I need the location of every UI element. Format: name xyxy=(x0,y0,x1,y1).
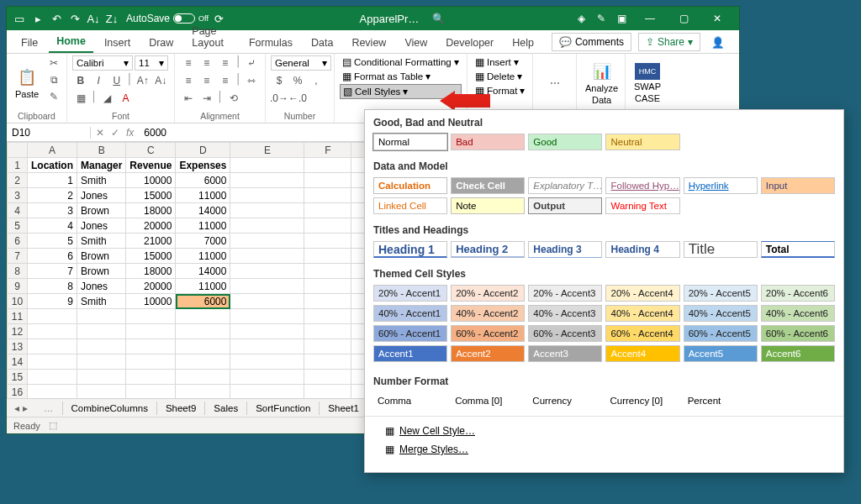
cell-E7[interactable] xyxy=(230,249,304,264)
cell-D12[interactable] xyxy=(176,324,230,339)
row-header-13[interactable]: 13 xyxy=(8,339,28,354)
cell-C8[interactable]: 18000 xyxy=(126,264,176,279)
style-swatch[interactable]: Accent2 xyxy=(451,345,525,362)
style-swatch[interactable]: Followed Hyp… xyxy=(605,177,679,194)
cell-C16[interactable] xyxy=(126,385,176,399)
insert-cells-button[interactable]: ▦Insert▾ xyxy=(473,55,527,69)
cell-B1[interactable]: Manager xyxy=(77,158,126,173)
col-header-B[interactable]: B xyxy=(77,143,126,158)
cell-C2[interactable]: 10000 xyxy=(126,173,176,188)
cell-B8[interactable]: Brown xyxy=(77,264,126,279)
style-swatch[interactable]: 20% - Accent3 xyxy=(528,285,602,302)
italic-icon[interactable]: I xyxy=(91,73,108,88)
cell-C15[interactable] xyxy=(126,370,176,385)
cell-F9[interactable] xyxy=(304,279,351,294)
tab-help[interactable]: Help xyxy=(504,33,541,53)
swap-case-button[interactable]: HMC SWAP CASE xyxy=(631,55,664,111)
cell-A2[interactable]: 1 xyxy=(28,173,77,188)
share-button[interactable]: ⇪Share ▾ xyxy=(638,33,700,51)
percent-icon[interactable]: % xyxy=(289,73,306,88)
fx-icon[interactable]: fx xyxy=(126,127,134,139)
style-swatch[interactable]: Linked Cell xyxy=(373,197,447,214)
cell-A3[interactable]: 2 xyxy=(28,188,77,203)
cell-E4[interactable] xyxy=(230,203,304,218)
user-icon[interactable]: 👤 xyxy=(704,32,732,53)
style-swatch[interactable]: 20% - Accent6 xyxy=(761,285,835,302)
delete-cells-button[interactable]: ▦Delete▾ xyxy=(473,70,527,83)
cell-B14[interactable] xyxy=(77,354,126,370)
style-swatch[interactable]: 60% - Accent2 xyxy=(451,325,525,342)
style-swatch[interactable]: 40% - Accent5 xyxy=(684,305,758,322)
bold-icon[interactable]: B xyxy=(72,73,89,88)
cell-B15[interactable] xyxy=(77,370,126,385)
format-cells-button[interactable]: ▦Format▾ xyxy=(473,84,527,97)
style-swatch[interactable]: 60% - Accent5 xyxy=(684,325,758,342)
style-swatch[interactable]: 60% - Accent4 xyxy=(605,325,679,342)
merge-center-icon[interactable]: ⇿ xyxy=(243,73,260,88)
cell-E10[interactable] xyxy=(230,294,304,309)
row-header-5[interactable]: 5 xyxy=(8,218,28,234)
cell-A6[interactable]: 5 xyxy=(28,234,77,249)
cell-D4[interactable]: 14000 xyxy=(176,203,230,218)
cell-B4[interactable]: Brown xyxy=(77,203,126,218)
ribbon-display-icon[interactable]: ▣ xyxy=(617,13,626,24)
row-header-1[interactable]: 1 xyxy=(8,158,28,173)
style-swatch[interactable]: 40% - Accent6 xyxy=(761,305,835,322)
sheet-tab-CombineColumns[interactable]: CombineColumns xyxy=(63,402,157,415)
cell-D15[interactable] xyxy=(176,370,230,385)
row-header-9[interactable]: 9 xyxy=(8,279,28,294)
style-swatch[interactable]: Accent1 xyxy=(373,345,447,362)
align-bottom-icon[interactable]: ≡ xyxy=(217,55,234,71)
sort-za-icon[interactable]: Z↓ xyxy=(104,11,119,26)
cell-D1[interactable]: Expenses xyxy=(176,158,230,173)
cell-F11[interactable] xyxy=(304,309,351,324)
minimize-button[interactable]: — xyxy=(633,7,667,30)
cell-B6[interactable]: Smith xyxy=(77,234,126,249)
cell-C9[interactable]: 20000 xyxy=(126,279,176,294)
style-swatch[interactable]: 20% - Accent2 xyxy=(451,285,525,302)
cell-F12[interactable] xyxy=(304,324,351,339)
col-header-F[interactable]: F xyxy=(304,143,351,158)
cell-F15[interactable] xyxy=(304,370,351,385)
row-header-14[interactable]: 14 xyxy=(8,354,28,370)
sheet-tab-Sheet1[interactable]: Sheet1 xyxy=(320,402,367,415)
name-box[interactable]: D10 xyxy=(7,127,91,139)
undo-icon[interactable]: ↶ xyxy=(49,11,64,26)
cell-C13[interactable] xyxy=(126,339,176,354)
row-header-7[interactable]: 7 xyxy=(8,249,28,264)
font-color-icon[interactable]: A xyxy=(118,91,135,106)
cell-F16[interactable] xyxy=(304,385,351,399)
cell-D8[interactable]: 14000 xyxy=(176,264,230,279)
cell-A5[interactable]: 4 xyxy=(28,218,77,234)
cell-F4[interactable] xyxy=(304,203,351,218)
style-swatch[interactable]: 40% - Accent4 xyxy=(605,305,679,322)
border-icon[interactable]: ▦ xyxy=(72,91,89,106)
format-painter-icon[interactable]: ✎ xyxy=(45,89,62,104)
cell-B12[interactable] xyxy=(77,324,126,339)
cancel-formula-icon[interactable]: ✕ xyxy=(96,127,104,139)
cell-A16[interactable] xyxy=(28,385,77,399)
cell-F1[interactable] xyxy=(304,158,351,173)
col-header-D[interactable]: D xyxy=(176,143,230,158)
cell-F3[interactable] xyxy=(304,188,351,203)
font-size-select[interactable]: 11▾ xyxy=(135,55,168,71)
cell-B2[interactable]: Smith xyxy=(77,173,126,188)
cell-D5[interactable]: 11000 xyxy=(176,218,230,234)
increase-font-icon[interactable]: A↑ xyxy=(135,73,151,88)
tab-home[interactable]: Home xyxy=(49,31,93,53)
decrease-font-icon[interactable]: A↓ xyxy=(153,73,170,88)
underline-icon[interactable]: U xyxy=(108,73,125,88)
cell-B11[interactable] xyxy=(77,309,126,324)
formula-input[interactable]: 6000 xyxy=(139,127,172,139)
row-header-8[interactable]: 8 xyxy=(8,264,28,279)
increase-decimal-icon[interactable]: .0→ xyxy=(271,91,288,106)
cell-E1[interactable] xyxy=(230,158,304,173)
style-swatch[interactable]: Comma xyxy=(373,392,447,409)
tab-review[interactable]: Review xyxy=(344,33,394,53)
cell-B3[interactable]: Jones xyxy=(77,188,126,203)
sheet-tab-Sheet9[interactable]: Sheet9 xyxy=(157,402,205,415)
paste-button[interactable]: 📋 Paste xyxy=(12,55,42,111)
cell-C1[interactable]: Revenue xyxy=(126,158,176,173)
style-swatch[interactable]: Accent3 xyxy=(528,345,602,362)
style-swatch[interactable]: Note xyxy=(451,197,525,214)
